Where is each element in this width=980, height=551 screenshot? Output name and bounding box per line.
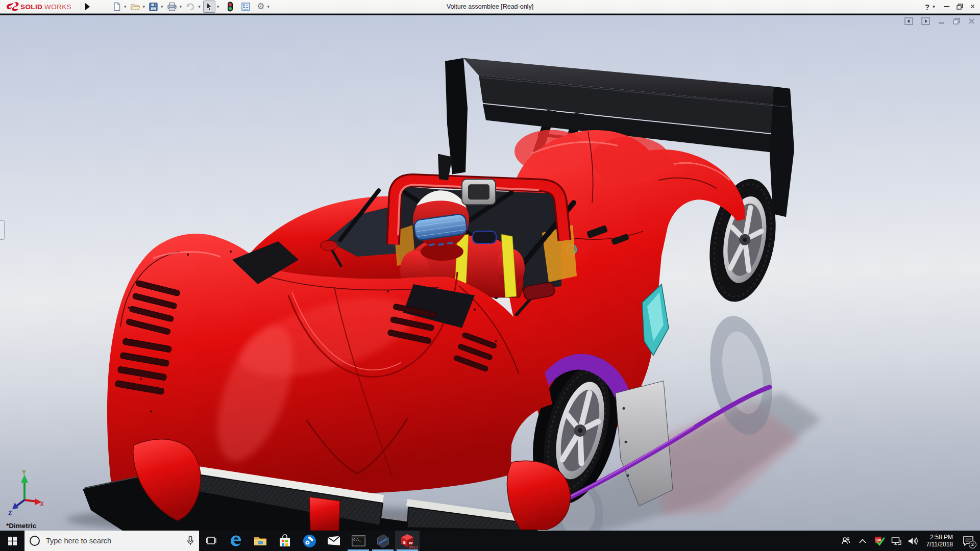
windows-logo-icon <box>8 537 17 545</box>
pane-previous-button[interactable] <box>904 17 913 25</box>
open-dropdown[interactable]: ▾ <box>143 1 145 13</box>
feature-manager-collapsed-tab[interactable] <box>0 220 5 240</box>
microphone-icon[interactable] <box>187 536 194 546</box>
help-dropdown[interactable]: ▾ <box>933 1 935 13</box>
doc-close-button[interactable] <box>968 18 975 24</box>
car-model-3d-view <box>0 15 980 531</box>
window-controls: ? ▾ × <box>925 0 975 13</box>
help-button[interactable]: ? <box>925 3 929 11</box>
wrench-circle-icon <box>303 534 316 548</box>
taskbar-app-settings-tool[interactable] <box>297 531 322 551</box>
people-button[interactable] <box>839 536 852 545</box>
cmd-glyph: C:\_ <box>353 538 361 542</box>
clock[interactable]: 2:58 PM 7/11/2018 <box>923 534 957 548</box>
edge-icon <box>229 534 242 547</box>
undo-dropdown[interactable]: ▾ <box>198 1 201 13</box>
doc-restore-button[interactable] <box>953 18 960 24</box>
taskbar-app-solidworks-2017[interactable]: S W 2017 <box>395 531 420 551</box>
title-bar: SOLID WORKS ▾ ▾ <box>0 0 980 14</box>
options-list-button[interactable] <box>240 1 252 13</box>
graphics-viewport[interactable]: Y X Z *Dimetric <box>0 15 980 531</box>
rebuild-traffic-light-icon <box>227 2 234 12</box>
gear-icon: ⚙ <box>257 2 264 12</box>
steering-wheel-top <box>473 231 496 243</box>
options-list-icon <box>241 2 251 11</box>
hexagon-app-icon <box>376 534 390 548</box>
restore-button[interactable] <box>957 4 963 10</box>
search-placeholder: Type here to search <box>46 537 187 545</box>
sw-check-icon: SW <box>874 536 885 546</box>
chevron-up-icon <box>859 539 866 543</box>
windows-taskbar: Type here to search <box>0 531 980 551</box>
system-tray: SW 2:58 PM 7/11/2018 <box>839 531 980 551</box>
triad-y-label: Y <box>22 469 26 476</box>
minimize-button[interactable] <box>944 6 949 7</box>
cortana-icon <box>30 536 40 546</box>
new-document-icon <box>112 2 121 11</box>
open-button[interactable] <box>129 1 141 13</box>
select-dropdown[interactable]: ▾ <box>217 1 219 13</box>
network-icon <box>891 537 901 545</box>
taskbar-app-command-prompt[interactable]: C:\_ <box>346 531 371 551</box>
close-button[interactable]: × <box>970 2 975 11</box>
action-center-button[interactable]: 2 <box>960 531 977 551</box>
open-icon <box>130 2 140 11</box>
new-document-dropdown[interactable]: ▾ <box>124 1 127 13</box>
select-button[interactable] <box>203 1 215 13</box>
network-button[interactable] <box>890 537 903 545</box>
document-window-controls <box>904 17 975 25</box>
taskbar-app-edge[interactable] <box>224 531 248 551</box>
brand-solid: SOLID <box>20 3 42 11</box>
restore-icon <box>957 4 963 10</box>
taskbar-app-store[interactable] <box>273 531 297 551</box>
svg-text:SW: SW <box>875 538 881 542</box>
settings-dropdown[interactable]: ▾ <box>267 1 270 13</box>
task-view-button[interactable] <box>199 531 224 551</box>
main-toolbar: ▾ ▾ ▾ <box>111 1 271 13</box>
save-button[interactable] <box>148 1 159 13</box>
taskbar-search-input[interactable]: Type here to search <box>24 531 199 551</box>
store-icon <box>279 534 291 547</box>
command-prompt-icon: C:\_ <box>352 535 365 546</box>
start-button[interactable] <box>0 531 24 551</box>
undo-button[interactable] <box>184 1 197 13</box>
brand-works: WORKS <box>44 3 71 11</box>
tray-date: 7/11/2018 <box>926 541 953 548</box>
speaker-icon <box>908 537 918 545</box>
orientation-triad: Y X Z <box>6 469 45 516</box>
print-dropdown[interactable]: ▾ <box>180 1 182 13</box>
sw-letter-s: S <box>403 540 406 545</box>
solidworks-tray-status[interactable]: SW <box>873 536 886 546</box>
taskbar-app-dev-hexagon[interactable] <box>371 531 395 551</box>
print-button[interactable] <box>166 1 178 13</box>
doc-minimize-button[interactable] <box>938 18 945 24</box>
task-view-icon <box>206 536 216 545</box>
show-hidden-icons-button[interactable] <box>856 539 869 543</box>
undo-icon <box>185 2 195 11</box>
notification-count-badge: 2 <box>969 541 976 548</box>
people-icon <box>841 536 850 545</box>
toolbar-separator <box>81 2 81 12</box>
view-orientation-label: *Dimetric <box>6 522 36 530</box>
settings-button[interactable]: ⚙ <box>256 1 265 13</box>
new-document-button[interactable] <box>111 1 122 13</box>
pane-next-button[interactable] <box>921 17 930 25</box>
sw-year-label: 2017 <box>409 545 418 549</box>
mail-icon <box>327 536 340 546</box>
solidworks-logo: SOLID WORKS <box>4 1 80 12</box>
print-icon <box>167 2 177 12</box>
file-explorer-icon <box>254 535 267 546</box>
rebuild-button[interactable] <box>226 1 235 13</box>
triad-x-label: X <box>40 500 44 508</box>
toolbar-flyout-arrow[interactable] <box>85 3 90 10</box>
tray-time: 2:58 PM <box>926 534 953 541</box>
nose-center-post <box>309 497 340 531</box>
save-icon <box>149 2 158 12</box>
taskbar-app-file-explorer[interactable] <box>248 531 273 551</box>
select-cursor-icon <box>205 2 214 11</box>
triad-z-label: Z <box>8 510 12 516</box>
taskbar-app-mail[interactable] <box>322 531 346 551</box>
save-dropdown[interactable]: ▾ <box>161 1 163 13</box>
volume-button[interactable] <box>906 537 920 545</box>
